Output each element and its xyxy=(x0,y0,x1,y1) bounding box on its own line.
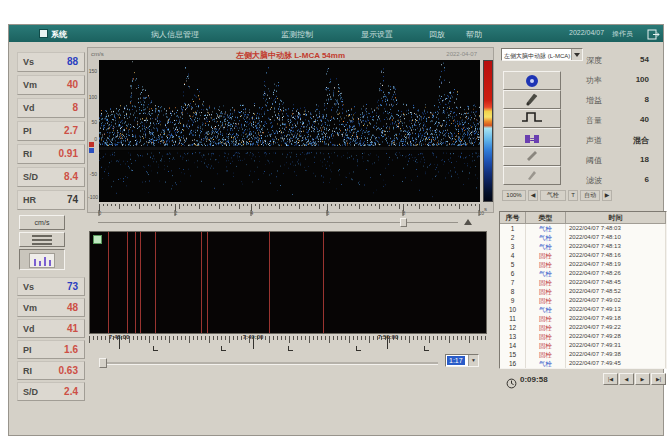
tick xyxy=(411,204,412,206)
event-row[interactable]: 10气栓2022/04/07 7:49:13 xyxy=(500,305,666,314)
trend-scroll-thumb[interactable] xyxy=(99,358,107,368)
emboli-event-line xyxy=(323,232,324,333)
unit-button[interactable]: cm/s xyxy=(19,215,65,230)
event-table-body[interactable]: 1气栓2022/04/07 7:48:032气栓2022/04/07 7:48:… xyxy=(500,224,666,369)
histogram-view-button[interactable] xyxy=(19,249,65,270)
tick xyxy=(333,336,334,340)
param-value: 0.91 xyxy=(59,148,78,159)
exit-icon[interactable] xyxy=(647,29,661,40)
menu-monitor-control[interactable]: 监测控制 xyxy=(281,29,313,40)
event-row[interactable]: 6气栓2022/04/07 7:48:26 xyxy=(500,269,666,278)
tick xyxy=(197,336,198,340)
auto-button[interactable]: 自动 xyxy=(580,190,600,201)
tick xyxy=(97,336,98,340)
tick xyxy=(481,336,482,340)
chevron-down-icon[interactable] xyxy=(571,49,582,60)
target-ring-icon xyxy=(526,75,538,87)
event-row[interactable]: 1气栓2022/04/07 7:48:03 xyxy=(500,224,666,233)
emboli-event-line xyxy=(201,232,202,333)
tick xyxy=(189,336,190,343)
tool-pointer-button[interactable] xyxy=(503,166,561,185)
event-row[interactable]: 7固栓2022/04/07 7:48:45 xyxy=(500,278,666,287)
param-label: Vm xyxy=(23,303,37,313)
spectrogram-scroll-thumb[interactable] xyxy=(400,218,407,227)
tick xyxy=(371,204,372,206)
zoom-level-button[interactable]: 100% xyxy=(502,190,526,201)
target-ring-button[interactable] xyxy=(503,71,561,90)
event-index: 4 xyxy=(500,251,526,260)
tick xyxy=(363,204,364,206)
param-value: 1.6 xyxy=(64,344,78,355)
emboli-event-line xyxy=(108,232,109,333)
param-pi-lower: PI1.6 xyxy=(17,340,85,359)
first-page-button[interactable]: |◀ xyxy=(603,373,618,385)
tick xyxy=(89,336,90,343)
tick xyxy=(441,336,442,340)
tick xyxy=(259,204,260,209)
tick xyxy=(413,336,414,340)
vessel-select[interactable]: 左侧大脑中动脉 (L-MCA) xyxy=(501,48,583,61)
event-row[interactable]: 11固栓2022/04/07 7:49:18 xyxy=(500,314,666,323)
menu-system[interactable]: 系统 xyxy=(51,29,67,40)
probe-icon xyxy=(523,91,541,107)
marker-compare-button[interactable]: = xyxy=(503,128,561,147)
trend-scrollbar[interactable] xyxy=(101,362,438,365)
param-label: Vm xyxy=(23,80,37,90)
param-label: RI xyxy=(23,149,32,159)
tick xyxy=(137,336,138,340)
scale-spinner[interactable]: 1:17 ▼ xyxy=(445,354,479,367)
x-tick-label: 8 xyxy=(403,210,404,216)
tick xyxy=(139,204,140,209)
event-row[interactable]: 13固栓2022/04/07 7:49:28 xyxy=(500,332,666,341)
minute-mark xyxy=(424,346,429,351)
param-label: Vs xyxy=(23,57,34,67)
event-time: 2022/04/07 7:48:26 xyxy=(566,269,666,278)
event-row[interactable]: 12固栓2022/04/07 7:49:22 xyxy=(500,323,666,332)
tick xyxy=(281,336,282,340)
sample-gate-button[interactable] xyxy=(503,109,561,128)
embolus-filter-button[interactable]: 气栓 xyxy=(540,190,566,201)
event-row[interactable]: 9固栓2022/04/07 7:49:02 xyxy=(500,296,666,305)
tag-button[interactable]: T xyxy=(568,190,578,201)
list-view-button[interactable] xyxy=(19,232,65,247)
tick xyxy=(235,204,236,206)
prev-button[interactable]: ◀ xyxy=(528,190,538,201)
vessel-select-value: 左侧大脑中动脉 (L-MCA) xyxy=(504,52,570,61)
menu-replay[interactable]: 回放 xyxy=(429,29,445,40)
menu-help[interactable]: 帮助 xyxy=(466,29,482,40)
event-row[interactable]: 14固栓2022/04/07 7:49:31 xyxy=(500,341,666,350)
event-row[interactable]: 5固栓2022/04/07 7:48:19 xyxy=(500,260,666,269)
menu-display-settings[interactable]: 显示设置 xyxy=(361,29,393,40)
event-row[interactable]: 16气栓2022/04/07 7:49:45 xyxy=(500,359,666,368)
tick xyxy=(143,204,144,206)
event-row[interactable]: 3气栓2022/04/07 7:48:13 xyxy=(500,242,666,251)
chevron-down-icon[interactable]: ▼ xyxy=(468,355,478,366)
event-row[interactable]: 8固栓2022/04/07 7:48:52 xyxy=(500,287,666,296)
param-ri-lower: RI0.63 xyxy=(17,361,85,380)
emboli-timeline-plot[interactable] xyxy=(89,231,487,334)
param-value: 48 xyxy=(67,302,78,313)
probe-button[interactable] xyxy=(503,90,561,109)
baseline-marker-negative[interactable] xyxy=(89,148,94,153)
app-window: 系统 病人信息管理 监测控制 显示设置 回放 帮助 2022/04/07 操作员… xyxy=(8,24,664,436)
doppler-spectrogram[interactable] xyxy=(99,60,480,202)
next-page-button[interactable]: ▶ xyxy=(635,373,650,385)
next-button[interactable]: ▶ xyxy=(602,190,612,201)
scroll-end-icon[interactable] xyxy=(464,219,472,225)
event-row[interactable]: 15固栓2022/04/07 7:49:38 xyxy=(500,350,666,359)
tick xyxy=(191,204,192,206)
param-label: HR xyxy=(23,195,36,205)
last-page-button[interactable]: ▶| xyxy=(651,373,666,385)
x-tick-label: 0 xyxy=(99,210,100,216)
rparam-power-value: 100 xyxy=(599,75,649,84)
tick xyxy=(415,204,416,206)
event-row[interactable]: 2气栓2022/04/07 7:48:10 xyxy=(500,233,666,242)
prev-page-button[interactable]: ◀ xyxy=(619,373,634,385)
tool-pen-button[interactable] xyxy=(503,147,561,166)
y-tick: -50 xyxy=(88,171,97,177)
param-hr-upper: HR74 xyxy=(17,190,85,210)
tick xyxy=(131,204,132,206)
baseline-marker-positive[interactable] xyxy=(89,142,94,147)
menu-patient[interactable]: 病人信息管理 xyxy=(151,29,199,40)
event-row[interactable]: 4固栓2022/04/07 7:48:16 xyxy=(500,251,666,260)
